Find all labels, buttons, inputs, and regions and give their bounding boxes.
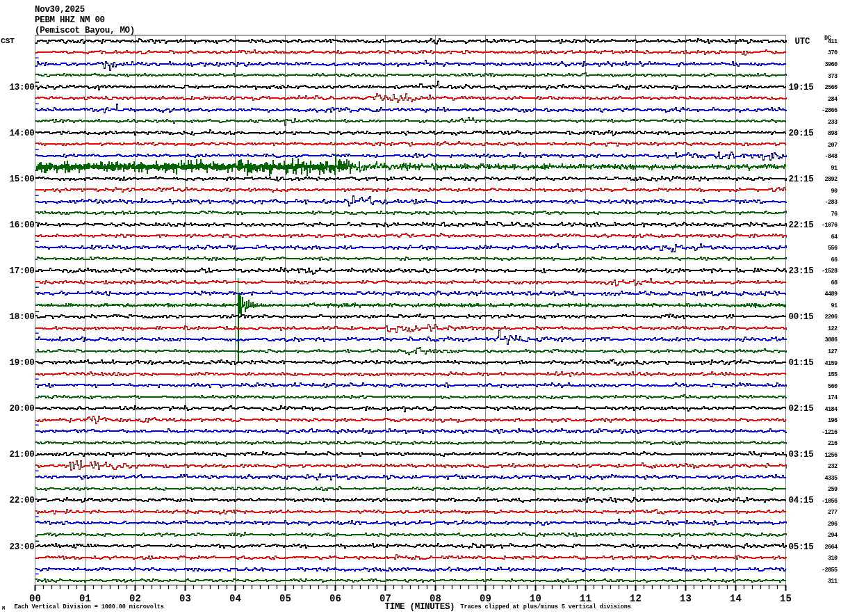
svg-text:04:15: 04:15	[789, 496, 814, 505]
svg-text:91: 91	[831, 165, 838, 172]
svg-text:20:00: 20:00	[9, 404, 34, 414]
svg-text:4335: 4335	[824, 475, 838, 482]
svg-text:13:00: 13:00	[9, 83, 34, 92]
svg-text:23:00: 23:00	[9, 542, 34, 552]
svg-text:310: 310	[828, 555, 838, 562]
svg-text:Nov30,2025: Nov30,2025	[35, 5, 85, 15]
svg-text:66: 66	[831, 257, 838, 264]
svg-text:02:15: 02:15	[789, 404, 814, 414]
svg-text:13: 13	[680, 593, 692, 604]
svg-text:2206: 2206	[824, 314, 838, 321]
svg-text:64: 64	[831, 234, 838, 241]
svg-text:00: 00	[29, 593, 41, 604]
svg-text:207: 207	[828, 142, 838, 149]
svg-text:Traces clipped at plus/minus 5: Traces clipped at plus/minus 5 vertical …	[461, 603, 631, 610]
svg-text:-2866: -2866	[822, 107, 838, 114]
svg-text:76: 76	[831, 211, 838, 218]
svg-text:370: 370	[828, 49, 838, 56]
svg-text:CST: CST	[1, 36, 15, 45]
svg-text:12: 12	[630, 593, 642, 604]
svg-text:2664: 2664	[824, 544, 838, 551]
svg-text:216: 216	[828, 440, 838, 447]
svg-text:2560: 2560	[824, 84, 838, 91]
svg-text:296: 296	[828, 521, 838, 528]
svg-text:20:15: 20:15	[789, 129, 814, 138]
svg-text:-1216: -1216	[822, 429, 838, 436]
svg-text:68: 68	[831, 279, 838, 286]
svg-text:00:15: 00:15	[789, 312, 814, 322]
svg-text:3960: 3960	[824, 61, 838, 68]
svg-text:18:00: 18:00	[9, 312, 34, 322]
svg-text:4489: 4489	[824, 291, 838, 298]
svg-text:1256: 1256	[824, 452, 838, 459]
svg-text:21:00: 21:00	[9, 450, 34, 460]
svg-text:122: 122	[828, 325, 838, 332]
svg-text:560: 560	[828, 383, 838, 390]
svg-text:06: 06	[329, 593, 341, 604]
svg-text:556: 556	[828, 245, 838, 252]
svg-text:01: 01	[79, 593, 91, 604]
svg-text:15: 15	[780, 593, 792, 604]
svg-text:127: 127	[828, 348, 838, 355]
svg-text:14:00: 14:00	[9, 129, 34, 138]
svg-text:03:15: 03:15	[789, 450, 814, 460]
svg-text:277: 277	[828, 509, 838, 516]
svg-text:4159: 4159	[824, 360, 838, 367]
svg-text:2892: 2892	[824, 176, 838, 183]
svg-text:22:00: 22:00	[9, 496, 34, 505]
svg-text:-848: -848	[824, 153, 838, 160]
svg-text:-283: -283	[824, 199, 838, 206]
svg-text:-1076: -1076	[822, 222, 838, 229]
svg-text:196: 196	[828, 417, 838, 424]
svg-text:19:00: 19:00	[9, 358, 34, 368]
svg-text:4184: 4184	[824, 406, 838, 413]
svg-text:02: 02	[129, 593, 141, 604]
svg-text:05: 05	[279, 593, 291, 604]
svg-text:311: 311	[828, 578, 838, 585]
svg-text:232: 232	[828, 463, 838, 470]
svg-text:05:15: 05:15	[789, 542, 814, 552]
svg-text:M: M	[2, 606, 5, 611]
svg-text:174: 174	[828, 394, 838, 401]
svg-text:23:15: 23:15	[789, 266, 814, 276]
svg-text:PEBM HHZ NM 00: PEBM HHZ NM 00	[35, 15, 105, 25]
svg-text:19:15: 19:15	[789, 83, 814, 92]
svg-text:259: 259	[828, 486, 838, 493]
svg-text:03: 03	[179, 593, 191, 604]
svg-text:155: 155	[828, 371, 838, 378]
svg-text:04: 04	[229, 593, 241, 604]
svg-text:17:00: 17:00	[9, 266, 34, 276]
svg-text:898: 898	[828, 130, 838, 137]
svg-text:09: 09	[480, 593, 491, 604]
svg-text:411: 411	[828, 38, 838, 45]
svg-text:UTC: UTC	[795, 37, 810, 47]
svg-text:16:00: 16:00	[9, 220, 34, 230]
svg-text:-1056: -1056	[822, 498, 838, 505]
svg-text:11: 11	[580, 593, 591, 604]
svg-text:(Pemiscot Bayou, MO): (Pemiscot Bayou, MO)	[35, 26, 135, 35]
svg-text:14: 14	[730, 593, 742, 604]
svg-text:373: 373	[828, 73, 838, 80]
svg-text:10: 10	[530, 593, 541, 604]
svg-text:TIME (MINUTES): TIME (MINUTES)	[385, 602, 455, 612]
svg-text:Each Vertical Division = 1000.: Each Vertical Division = 1000.00 microvo…	[15, 603, 164, 610]
svg-text:91: 91	[831, 302, 838, 309]
svg-text:90: 90	[831, 188, 838, 195]
svg-text:284: 284	[828, 96, 838, 103]
svg-text:-2855: -2855	[822, 567, 838, 574]
svg-text:3886: 3886	[824, 337, 838, 343]
svg-text:-1528: -1528	[822, 268, 838, 275]
svg-text:15:00: 15:00	[9, 175, 34, 184]
svg-text:294: 294	[828, 532, 838, 539]
svg-text:21:15: 21:15	[789, 175, 814, 184]
svg-text:233: 233	[828, 119, 838, 126]
svg-text:22:15: 22:15	[789, 220, 814, 230]
svg-text:01:15: 01:15	[789, 358, 814, 368]
